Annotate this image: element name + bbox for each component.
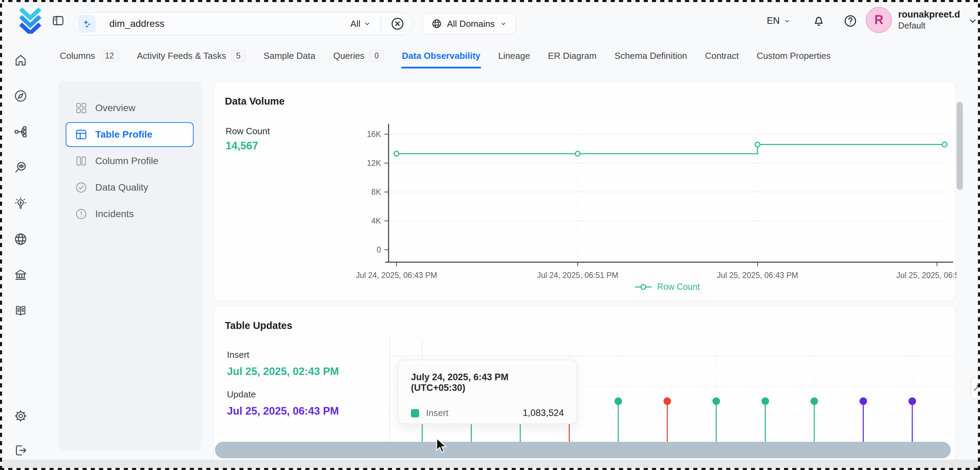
rail-item-flow[interactable] — [13, 124, 28, 139]
tab-sample-data[interactable]: Sample Data — [263, 41, 316, 70]
bell-icon — [811, 14, 826, 28]
bank-icon — [13, 268, 28, 282]
tab-lineage[interactable]: Lineage — [498, 41, 531, 70]
subnav-item-column-profile[interactable]: Column Profile — [66, 149, 194, 174]
chevron-down-icon — [500, 20, 507, 27]
rail-item-gear[interactable] — [13, 409, 28, 423]
expand-icon — [972, 382, 980, 394]
left-rail — [0, 41, 41, 460]
home-icon — [13, 53, 28, 67]
rail-item-bulb[interactable] — [13, 196, 28, 210]
chart-tooltip: July 24, 2025, 6:43 PM (UTC+05:30) Inser… — [398, 360, 577, 424]
notifications-button[interactable] — [811, 14, 826, 28]
search-input[interactable] — [109, 18, 350, 30]
tab-er-diagram[interactable]: ER Diagram — [547, 41, 598, 70]
alert-circle-icon — [75, 207, 88, 221]
subnav-item-incidents[interactable]: Incidents — [66, 202, 194, 226]
global-search[interactable]: All — [73, 12, 413, 35]
domains-filter-button[interactable]: All Domains — [422, 13, 516, 35]
tab-label: ER Diagram — [548, 51, 597, 61]
svg-text:Jul 24, 2025, 06:43 PM: Jul 24, 2025, 06:43 PM — [356, 271, 438, 280]
tab-label: Contract — [705, 51, 738, 61]
subnav-item-label: Column Profile — [95, 156, 159, 167]
svg-text:4K: 4K — [371, 217, 381, 225]
language-selector[interactable]: EN — [765, 15, 793, 27]
rail-item-globe[interactable] — [13, 232, 28, 246]
tab-label: Lineage — [498, 51, 530, 61]
compass-icon — [13, 89, 28, 103]
user-team: Default — [898, 20, 960, 31]
user-name: rounakpreet.d — [898, 9, 960, 21]
tab-columns[interactable]: Columns 12 — [59, 41, 120, 70]
user-menu[interactable]: R rounakpreet.d Default — [866, 7, 960, 33]
svg-text:Jul 25, 2025, 06:43 PM: Jul 25, 2025, 06:43 PM — [717, 271, 799, 280]
tab-label: Activity Feeds & Tasks — [137, 51, 226, 61]
horizontal-scrollbar-thumb[interactable] — [215, 442, 951, 458]
svg-text:16K: 16K — [367, 130, 381, 139]
clear-search-button[interactable] — [390, 16, 405, 31]
domains-label: All Domains — [447, 19, 495, 29]
legend-label: Row Count — [657, 282, 700, 292]
tab-data-observability[interactable]: Data Observability — [401, 41, 481, 70]
tab-label: Schema Definition — [614, 51, 687, 61]
chart-legend[interactable]: Row Count — [388, 282, 946, 292]
language-label: EN — [767, 16, 780, 26]
tab-count-badge: 12 — [100, 50, 119, 62]
circle-x-icon — [390, 16, 405, 31]
tab-label: Data Observability — [402, 51, 480, 61]
search-scope-dropdown[interactable]: All — [350, 19, 371, 29]
subnav-item-data-quality[interactable]: Data Quality — [66, 175, 194, 200]
tab-label: Custom Properties — [756, 51, 830, 61]
top-bar: All All Domains EN R rounakpreet.d Defau… — [0, 0, 980, 41]
subnav-item-overview[interactable]: Overview — [66, 96, 194, 120]
help-button[interactable] — [843, 14, 858, 28]
subnav-item-table-profile[interactable]: Table Profile — [66, 122, 194, 147]
chevron-down-icon — [363, 20, 371, 28]
tab-label: Sample Data — [264, 51, 315, 61]
edge-expand-widget[interactable] — [970, 377, 980, 399]
rail-item-bank[interactable] — [13, 268, 28, 282]
rail-item-compass[interactable] — [13, 89, 28, 103]
rail-item-home[interactable] — [13, 53, 28, 67]
flow-icon — [13, 124, 28, 139]
columns-icon — [75, 155, 88, 167]
user-menu-caret[interactable] — [967, 15, 978, 27]
avatar: R — [866, 7, 892, 33]
vertical-scrollbar-thumb[interactable] — [957, 102, 963, 190]
svg-text:8K: 8K — [371, 188, 381, 196]
svg-text:12K: 12K — [367, 159, 381, 167]
tab-queries[interactable]: Queries 0 — [332, 41, 385, 70]
subnav-item-label: Incidents — [95, 209, 134, 220]
check-circle-icon — [75, 181, 88, 194]
tab-label: Queries — [333, 51, 364, 61]
bottom-edge-band — [0, 460, 980, 470]
subnav-item-label: Data Quality — [95, 182, 148, 193]
data-volume-card: Data Volume Row Count 14,567 04K8K12K16K… — [213, 81, 956, 301]
app-window: All All Domains EN R rounakpreet.d Defau… — [0, 0, 980, 470]
tab-activity-feeds-tasks[interactable]: Activity Feeds & Tasks 5 — [136, 41, 246, 70]
tab-custom-properties[interactable]: Custom Properties — [756, 41, 831, 70]
tooltip-row: Insert 1,083,524 — [411, 408, 564, 418]
tooltip-value: 1,083,524 — [523, 408, 564, 418]
tab-schema-definition[interactable]: Schema Definition — [614, 41, 688, 70]
subnav-item-label: Table Profile — [95, 129, 152, 140]
ai-sparkles-icon — [78, 15, 95, 33]
profile-subnav: Overview Table Profile Column Profile Da… — [58, 81, 202, 450]
search-scope-label: All — [350, 19, 360, 29]
row-count-line-chart[interactable]: 04K8K12K16KJul 24, 2025, 06:43 PMJul 24,… — [214, 82, 957, 302]
tab-count-badge: 5 — [231, 50, 246, 62]
search-divider — [380, 16, 381, 31]
book-icon — [13, 303, 28, 318]
tab-contract[interactable]: Contract — [704, 41, 739, 70]
rail-item-book[interactable] — [13, 303, 28, 318]
rail-item-logout[interactable] — [13, 443, 28, 457]
chevron-down-icon — [783, 17, 791, 25]
rail-item-search-eye[interactable] — [13, 160, 28, 175]
panel-left-icon — [52, 14, 65, 27]
grid-icon — [75, 102, 88, 115]
logo-chevrons-icon — [15, 7, 45, 34]
tooltip-title: July 24, 2025, 6:43 PM (UTC+05:30) — [411, 372, 564, 393]
search-eye-icon — [13, 160, 28, 175]
sidebar-toggle-button[interactable] — [52, 14, 65, 27]
gear-icon — [13, 409, 28, 423]
